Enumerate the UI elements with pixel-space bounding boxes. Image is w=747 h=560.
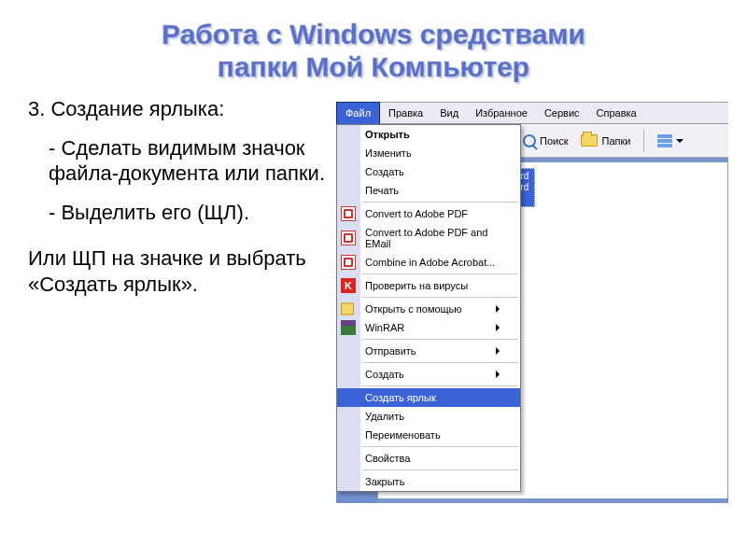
menu-help[interactable]: Справка xyxy=(588,103,645,123)
step-alt: Или ЩП на значке и выбрать «Создать ярлы… xyxy=(28,245,327,297)
menu-item-create-shortcut[interactable]: Создать ярлык xyxy=(337,388,520,407)
search-icon xyxy=(523,134,536,147)
menu-separator xyxy=(362,362,518,363)
title-line2: папки Мой Компьютер xyxy=(0,51,747,84)
pdf-icon xyxy=(341,206,356,221)
toolbar-folders-button[interactable]: Папки xyxy=(581,134,630,147)
menu-item-send-to[interactable]: Отправить xyxy=(337,342,520,360)
pdf-icon xyxy=(341,231,356,245)
menu-separator xyxy=(362,446,518,447)
step-bullet-2: - Выделить его (ЩЛ). xyxy=(28,200,327,226)
content-row: 3. Создание ярлыка: - Сделать видимым зн… xyxy=(0,96,747,503)
chevron-down-icon xyxy=(676,139,684,147)
toolbar-divider xyxy=(643,130,644,152)
menu-item-rename[interactable]: Переименовать xyxy=(337,426,520,444)
menu-item-edit[interactable]: Изменить xyxy=(337,144,520,162)
menu-separator xyxy=(362,297,518,298)
menu-item-properties[interactable]: Свойства xyxy=(337,449,520,468)
folder-icon xyxy=(341,303,354,315)
menu-favorites[interactable]: Избранное xyxy=(467,103,536,123)
toolbar-folders-label: Папки xyxy=(601,135,630,147)
antivirus-icon xyxy=(341,278,356,293)
menu-item-open-with[interactable]: Открыть с помощью xyxy=(337,300,520,318)
menu-item-combine-acrobat[interactable]: Combine in Adobe Acrobat... xyxy=(337,253,520,272)
folder-icon xyxy=(581,134,598,147)
menu-separator xyxy=(362,469,518,470)
menu-file[interactable]: Файл xyxy=(336,102,380,125)
menu-item-convert-pdf-email[interactable]: Convert to Adobe PDF and EMail xyxy=(337,223,520,253)
menu-item-close[interactable]: Закрыть xyxy=(337,472,520,491)
menu-item-create[interactable]: Создать xyxy=(337,162,520,181)
toolbar-views-button[interactable] xyxy=(657,134,684,147)
instruction-text: 3. Создание ярлыка: - Сделать видимым зн… xyxy=(28,96,327,503)
pdf-icon xyxy=(341,255,356,270)
title-line1: Работа с Windows средствами xyxy=(0,19,747,51)
file-menu-dropdown: Открыть Изменить Создать Печать Convert … xyxy=(336,124,521,492)
views-icon xyxy=(657,134,672,147)
explorer-screenshot: Файл Правка Вид Избранное Сервис Справка… xyxy=(336,102,728,503)
menubar: Файл Правка Вид Избранное Сервис Справка xyxy=(336,102,728,124)
menu-item-convert-pdf[interactable]: Convert to Adobe PDF xyxy=(337,204,520,223)
slide-title: Работа с Windows средствами папки Мой Ко… xyxy=(0,0,747,96)
step-bullet-1: - Сделать видимым значок файла-документа… xyxy=(28,135,327,187)
menu-separator xyxy=(362,339,518,340)
menu-separator xyxy=(362,202,518,203)
menu-item-delete[interactable]: Удалить xyxy=(337,407,520,426)
toolbar-search-label: Поиск xyxy=(540,135,568,147)
step-heading: 3. Создание ярлыка: xyxy=(28,96,327,122)
winrar-icon xyxy=(341,320,356,335)
submenu-arrow-icon xyxy=(496,371,503,378)
menu-edit[interactable]: Правка xyxy=(380,103,431,123)
menu-view[interactable]: Вид xyxy=(431,103,467,123)
menu-item-winrar[interactable]: WinRAR xyxy=(337,318,520,337)
menu-separator xyxy=(362,273,518,274)
submenu-arrow-icon xyxy=(496,347,503,355)
menu-separator xyxy=(362,385,518,386)
menu-item-virus-scan[interactable]: Проверить на вирусы xyxy=(337,276,520,295)
toolbar-search-button[interactable]: Поиск xyxy=(523,134,568,147)
menu-item-open[interactable]: Открыть xyxy=(337,125,520,144)
menu-item-print[interactable]: Печать xyxy=(337,181,520,200)
menu-tools[interactable]: Сервис xyxy=(536,103,588,123)
submenu-arrow-icon xyxy=(496,324,503,331)
menu-item-new[interactable]: Создать xyxy=(337,365,520,384)
submenu-arrow-icon xyxy=(496,305,503,313)
